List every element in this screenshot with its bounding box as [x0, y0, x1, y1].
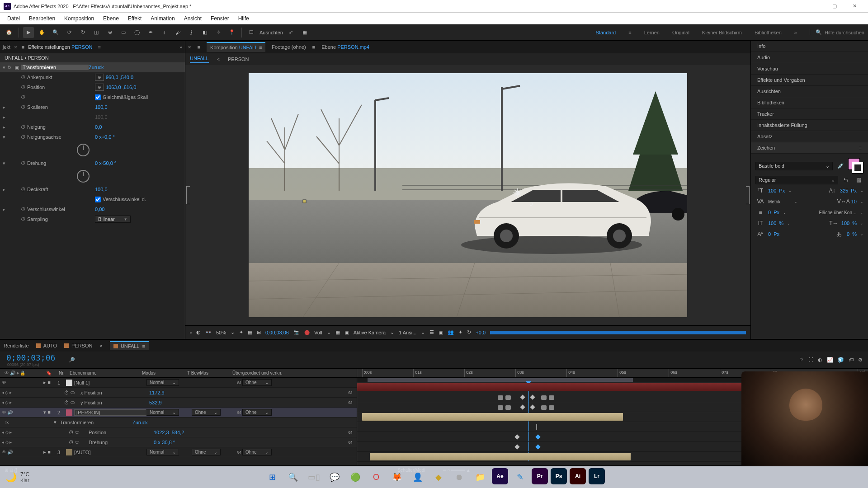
tl-icon-draft3d[interactable]: 🧊 [838, 357, 844, 363]
weather-widget[interactable]: 🌙 7°C Klar [5, 471, 29, 483]
keyframe-icon[interactable] [515, 444, 520, 449]
app-teams[interactable]: 💬 [326, 468, 344, 486]
tl-icon-graph[interactable]: 📈 [827, 357, 833, 363]
layer-3-parent[interactable]: Ohne⌄ [242, 449, 271, 455]
menu-help[interactable]: Hilfe [234, 15, 254, 22]
nocolor-icon[interactable]: ▧ [854, 175, 863, 184]
app-generic-2[interactable]: ◆ [429, 468, 448, 486]
rotate-tool[interactable]: ↻ [77, 27, 88, 38]
snap-checkbox[interactable]: ☐ [246, 27, 257, 38]
workspace-small[interactable]: Kleiner Bildschirm [702, 30, 742, 35]
channels-icon[interactable]: ⬤ [304, 329, 310, 335]
keyframe-icon[interactable] [505, 405, 511, 410]
viewer-btn-e-icon[interactable]: ↻ [467, 329, 471, 335]
app-illustrator[interactable]: Ai [570, 468, 586, 484]
stroke-color-swatch[interactable] [852, 162, 863, 174]
app-lightroom[interactable]: Lr [589, 468, 605, 484]
pen-tool[interactable]: ✒ [145, 27, 156, 38]
panel-content-fill[interactable]: Inhaltsbasierte Füllung [751, 120, 868, 131]
shutter-checkbox[interactable] [95, 197, 101, 202]
panel-paragraph[interactable]: Absatz [751, 131, 868, 142]
panel-character-header[interactable]: Zeichen≡ [751, 142, 868, 154]
puppet-tool[interactable]: 📍 [226, 27, 237, 38]
rotation-dial[interactable] [77, 170, 90, 183]
minimize-button[interactable]: — [805, 0, 825, 13]
viewer-transparency-icon[interactable]: ▦ [335, 329, 340, 335]
current-time[interactable]: 0;00;03;06 [0, 353, 61, 362]
keyframe-icon[interactable] [515, 434, 520, 439]
project-tab-close-icon[interactable]: × [14, 44, 17, 50]
viewer-timecode[interactable]: 0;00;03;06 [265, 330, 289, 335]
app-obs[interactable]: ⏺ [450, 468, 468, 486]
close-button[interactable]: ✕ [844, 0, 864, 13]
zoom-level[interactable]: 50% [216, 330, 226, 335]
keyframe-icon[interactable] [535, 434, 540, 439]
help-search[interactable]: 🔍 Hilfe durchsuchen [810, 29, 864, 35]
panel-audio[interactable]: Audio [751, 52, 868, 63]
comp-tab-unfall[interactable]: UNFALL ≡ [110, 341, 149, 350]
viewer-res-icon[interactable]: ✦ [239, 329, 243, 335]
uniform-scale-checkbox[interactable] [95, 94, 101, 100]
menu-composition[interactable]: Komposition [60, 15, 99, 22]
viewer-alpha-icon[interactable]: ▫ [190, 330, 192, 335]
keyframe-icon[interactable] [530, 404, 535, 409]
stopwatch-icon[interactable]: ⏱ [21, 187, 27, 192]
stopwatch-icon[interactable]: ⏱ [21, 94, 27, 100]
camera-dropdown[interactable]: Aktive Kamera [354, 330, 386, 335]
layer-1-ypos-value[interactable]: 532,9 [149, 400, 162, 405]
snap-grid-icon[interactable]: ▦ [299, 27, 310, 38]
layer-row-2[interactable]: 👁🔊 ▾ ■ 2 [PERSON] Normal⌄ Ohne⌄ ᘛ Ohne⌄ [0, 408, 357, 418]
clip-person[interactable] [362, 413, 623, 421]
keyframe-icon[interactable] [541, 395, 547, 400]
keyframe-icon[interactable] [498, 395, 503, 400]
layer-2-mode[interactable]: Normal⌄ [146, 409, 179, 416]
app-editor[interactable]: ✎ [511, 468, 529, 486]
layer-2-rot-value[interactable]: 0 x-30,8 ° [154, 440, 175, 445]
keyframe-icon[interactable] [498, 405, 503, 410]
keyframe-icon[interactable] [535, 444, 540, 449]
twirl-icon[interactable]: ▸ [3, 104, 8, 110]
viewer-guides-icon[interactable]: ⊞ [257, 329, 261, 335]
app-generic-1[interactable]: 👤 [409, 468, 427, 486]
stroke-width-value[interactable]: 0 [768, 210, 771, 215]
zoom-tool[interactable]: 🔍 [50, 27, 61, 38]
tl-icon-shy[interactable]: 🏳 [799, 357, 804, 363]
stopwatch-icon[interactable]: ⏱ [21, 160, 27, 166]
swap-swatches-icon[interactable]: ⇆ [841, 175, 851, 184]
kerning-value[interactable]: Metrik [768, 199, 791, 204]
position-picker-icon[interactable]: ⊕ [95, 84, 104, 91]
stopwatch-icon[interactable]: ⏱ [21, 134, 27, 140]
layer-2-position-row[interactable]: ◂◇▸ ⏱⬭ Position 1022,3 ,584,2 ᘛ [0, 427, 357, 437]
menu-view[interactable]: Ansicht [179, 15, 206, 22]
shape-rect-tool[interactable]: ▭ [118, 27, 129, 38]
skew-axis-dial[interactable] [77, 144, 90, 156]
keyframe-icon[interactable] [520, 404, 525, 409]
camera-tool[interactable]: ◫ [91, 27, 102, 38]
layer-2-rotation-row[interactable]: ◂◇▸ ⏱⬭ Drehung 0 x-30,8 ° ᘛ [0, 437, 357, 447]
layer-row-3[interactable]: 👁🔊 ▸ ■ 3 [AUTO] Normal⌄ Ohne⌄ ᘛ Ohne⌄ [0, 447, 357, 457]
snap-opts-icon[interactable]: ⤢ [286, 27, 297, 38]
viewer-3d-icon[interactable]: ▣ [344, 329, 349, 335]
keyframe-icon[interactable] [505, 395, 511, 400]
eraser-tool[interactable]: ◧ [199, 27, 210, 38]
stopwatch-icon[interactable]: ⏱ [21, 206, 27, 212]
menu-edit[interactable]: Bearbeiten [24, 15, 60, 22]
viewer-btn-c-icon[interactable]: 👥 [448, 329, 454, 335]
stopwatch-icon[interactable]: ⏱ [21, 84, 27, 90]
twirl-icon[interactable]: ▾ [3, 134, 8, 140]
twirl-icon[interactable]: ▾ [3, 65, 8, 70]
skew-axis-value[interactable]: 0 x+0,0 ° [95, 134, 115, 140]
hscale-value[interactable]: 100 [841, 221, 849, 226]
tl-icon-adjust[interactable]: ⚙ [858, 357, 863, 363]
selection-tool[interactable]: ▶ [23, 27, 34, 38]
viewer-mask-icon[interactable]: ◐ [196, 329, 201, 335]
panel-libraries[interactable]: Bibliotheken [751, 97, 868, 108]
exposure-value[interactable]: +0,0 [476, 330, 486, 335]
twirl-icon[interactable]: ▸ [3, 206, 8, 212]
workspace-standard[interactable]: Standard [596, 30, 616, 35]
menu-layer[interactable]: Ebene [99, 15, 123, 22]
menu-effect[interactable]: Effekt [123, 15, 146, 22]
panel-tracker[interactable]: Tracker [751, 108, 868, 120]
render-queue-tab[interactable]: Renderliste [4, 343, 29, 348]
viewer-btn-d-icon[interactable]: ✦ [458, 329, 462, 335]
